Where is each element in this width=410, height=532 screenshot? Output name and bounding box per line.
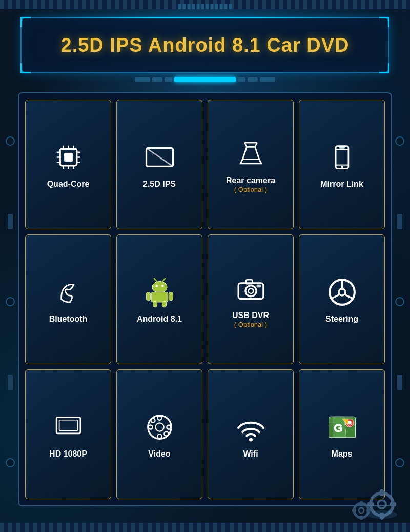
grid-item-quad-core[interactable]: Quad-Core xyxy=(25,100,111,229)
usb-dvr-sublabel: ( Optional ) xyxy=(234,321,267,328)
svg-point-52 xyxy=(151,418,155,422)
wifi-icon xyxy=(233,409,269,445)
bluetooth-icon xyxy=(50,274,86,310)
video-label: Video xyxy=(148,449,170,460)
grid-item-video[interactable]: Video xyxy=(116,369,202,499)
phone-icon xyxy=(324,139,360,175)
svg-point-54 xyxy=(249,438,253,441)
svg-rect-30 xyxy=(146,292,150,300)
svg-rect-29 xyxy=(151,292,168,302)
grid-item-android[interactable]: Android 8.1 xyxy=(116,234,202,364)
left-side-decoration xyxy=(3,103,18,501)
svg-point-36 xyxy=(248,288,253,293)
steering-label: Steering xyxy=(325,314,358,325)
bottom-border-decoration xyxy=(0,523,410,532)
svg-rect-71 xyxy=(352,509,356,512)
svg-point-22 xyxy=(341,166,343,168)
ips-label: 2.5D IPS xyxy=(143,179,176,190)
svg-rect-1 xyxy=(64,153,72,161)
right-side-decoration xyxy=(392,103,407,501)
svg-point-53 xyxy=(164,431,168,436)
svg-point-67 xyxy=(354,503,368,518)
svg-rect-31 xyxy=(169,292,173,300)
svg-rect-33 xyxy=(162,301,166,307)
gear-decoration xyxy=(338,489,400,522)
svg-point-47 xyxy=(155,423,163,431)
display-icon xyxy=(50,409,86,445)
rear-camera-label: Rear camera xyxy=(226,175,275,186)
mirror-link-label: Mirror Link xyxy=(320,179,363,190)
svg-rect-37 xyxy=(245,280,252,284)
svg-point-49 xyxy=(157,434,161,438)
grid-item-ips[interactable]: 2.5D IPS xyxy=(116,100,202,229)
svg-rect-63 xyxy=(367,502,374,506)
maps-icon: G xyxy=(324,409,360,445)
svg-point-24 xyxy=(152,281,167,293)
bluetooth-label: Bluetooth xyxy=(49,314,88,325)
cpu-icon xyxy=(50,139,86,175)
rear-camera-sublabel: ( Optional ) xyxy=(234,186,267,193)
header: 2.5D IPS Android 8.1 Car DVD xyxy=(20,9,389,81)
grid-item-bluetooth[interactable]: Bluetooth xyxy=(25,234,111,364)
quad-core-label: Quad-Core xyxy=(47,179,90,190)
grid-item-steering[interactable]: Steering xyxy=(299,234,385,364)
deco-bar xyxy=(20,72,389,87)
svg-rect-72 xyxy=(366,509,371,512)
top-dots-decoration xyxy=(178,4,232,9)
svg-line-28 xyxy=(162,278,165,281)
page-title: 2.5D IPS Android 8.1 Car DVD xyxy=(61,34,350,56)
grid-item-wifi[interactable]: Wifi xyxy=(208,369,294,499)
header-box: 2.5D IPS Android 8.1 Car DVD xyxy=(20,17,389,73)
grid-item-mirror-link[interactable]: Mirror Link xyxy=(299,100,385,229)
svg-point-48 xyxy=(157,416,161,420)
android-icon xyxy=(141,274,177,310)
svg-rect-23 xyxy=(339,147,345,148)
svg-rect-45 xyxy=(59,420,77,430)
svg-point-40 xyxy=(339,289,345,295)
svg-line-27 xyxy=(154,278,156,281)
grid-item-hd1080p[interactable]: HD 1080P xyxy=(25,369,111,499)
steering-icon xyxy=(324,274,360,310)
corner-tr xyxy=(379,17,389,27)
wifi-label: Wifi xyxy=(243,449,258,460)
svg-point-50 xyxy=(148,425,152,429)
grid-item-rear-camera[interactable]: Rear camera ( Optional ) xyxy=(208,100,294,229)
svg-rect-70 xyxy=(360,516,363,520)
android-label: Android 8.1 xyxy=(137,314,182,325)
camera-icon xyxy=(233,270,269,306)
rear-camera-icon xyxy=(233,135,269,171)
svg-point-73 xyxy=(366,510,397,519)
screen-icon xyxy=(141,139,177,175)
svg-line-43 xyxy=(345,294,353,299)
feature-grid: Quad-Core 2.5D IPS Rear camera ( Optiona… xyxy=(18,92,392,506)
maps-label: Maps xyxy=(332,449,353,460)
svg-line-15 xyxy=(146,148,173,166)
svg-point-35 xyxy=(245,286,256,297)
svg-point-68 xyxy=(359,508,364,513)
svg-rect-64 xyxy=(390,502,396,506)
svg-rect-38 xyxy=(256,285,260,287)
svg-rect-32 xyxy=(153,301,157,307)
svg-point-25 xyxy=(155,285,157,287)
svg-point-51 xyxy=(167,425,171,429)
svg-text:G: G xyxy=(334,421,343,435)
corner-tl xyxy=(20,17,31,27)
grid-item-usb-dvr[interactable]: USB DVR ( Optional ) xyxy=(208,234,294,364)
svg-point-60 xyxy=(378,500,386,508)
svg-line-42 xyxy=(331,294,339,299)
video-icon xyxy=(141,409,177,445)
svg-rect-69 xyxy=(360,501,363,505)
grid-item-maps[interactable]: G Maps xyxy=(299,369,385,499)
hd1080p-label: HD 1080P xyxy=(49,449,87,460)
svg-point-26 xyxy=(161,285,163,287)
usb-dvr-label: USB DVR xyxy=(232,310,269,321)
